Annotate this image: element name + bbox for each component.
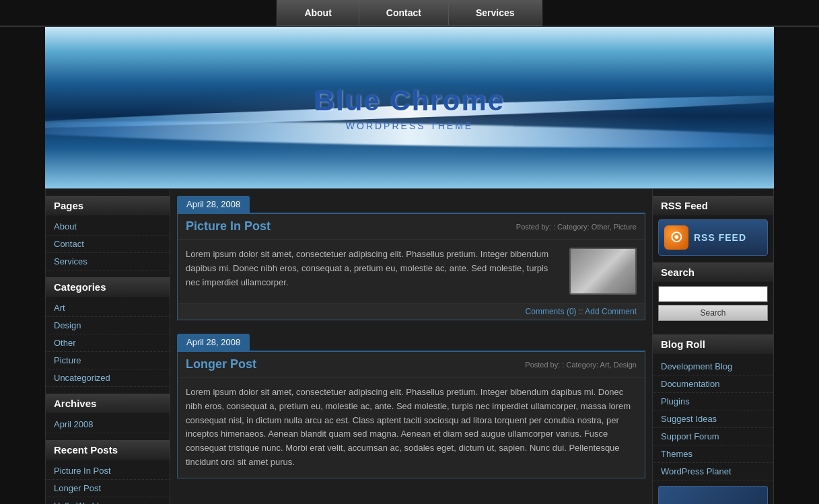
blogroll-themes[interactable]: Themes xyxy=(653,445,773,463)
post-2-date: April 28, 2008 xyxy=(177,334,250,351)
post-1-separator: :: xyxy=(579,307,585,316)
header-title-block: Blue Chrome Wordpress Theme xyxy=(314,85,505,131)
pages-section: Pages About Contact Services xyxy=(46,196,170,271)
nav-services[interactable]: Services xyxy=(448,0,542,26)
sidebar-link-about[interactable]: About xyxy=(46,218,170,236)
search-title: Search xyxy=(653,262,773,282)
main-wrapper: Pages About Contact Services Categories … xyxy=(45,188,774,504)
blogroll-documentation[interactable]: Documentation xyxy=(653,375,773,393)
blogroll-wordpress-planet[interactable]: WordPress Planet xyxy=(653,463,773,480)
post-1-date: April 28, 2008 xyxy=(177,196,250,213)
category-uncategorized[interactable]: Uncategorized xyxy=(46,369,170,387)
blogroll-suggest-ideas[interactable]: Suggest Ideas xyxy=(653,410,773,428)
archives-section: Archives April 2008 xyxy=(46,394,170,433)
post-1-body: Lorem ipsum dolor sit amet, consectetuer… xyxy=(178,240,645,303)
post-1-add-comment[interactable]: Add Comment xyxy=(585,307,637,316)
blogroll-section: Blog Roll Development Blog Documentation… xyxy=(653,334,773,504)
rss-box[interactable]: ⦿ RSS FEED xyxy=(658,219,768,256)
post-1: April 28, 2008 Picture In Post Posted by… xyxy=(177,196,645,320)
blogroll-development-blog[interactable]: Development Blog xyxy=(653,358,773,375)
category-picture[interactable]: Picture xyxy=(46,352,170,369)
recent-post-3[interactable]: Hello World xyxy=(46,497,170,504)
site-header: Blue Chrome Wordpress Theme xyxy=(45,27,774,188)
blogroll-image-placeholder xyxy=(658,486,768,504)
post-2-body: Lorem ipsum dolor sit amet, consectetuer… xyxy=(178,377,645,478)
post-2-text: Lorem ipsum dolor sit amet, consectetuer… xyxy=(186,386,637,470)
sidebar-link-contact[interactable]: Contact xyxy=(46,236,170,253)
archive-april-2008[interactable]: April 2008 xyxy=(46,416,170,433)
search-input[interactable] xyxy=(658,286,768,302)
site-title: Blue Chrome xyxy=(314,85,505,117)
category-other[interactable]: Other xyxy=(46,334,170,352)
category-design[interactable]: Design xyxy=(46,317,170,334)
top-navigation: About Contact Services xyxy=(0,0,819,27)
post-2-meta: Posted by: : Category: Art, Design xyxy=(525,361,637,369)
search-button[interactable]: Search xyxy=(658,305,768,321)
rss-title: RSS Feed xyxy=(653,196,773,215)
main-content: April 28, 2008 Picture In Post Posted by… xyxy=(170,189,652,504)
sidebar-link-services[interactable]: Services xyxy=(46,253,170,271)
post-1-comments[interactable]: Comments (0) xyxy=(526,307,577,316)
pages-title: Pages xyxy=(46,196,170,215)
nav-about[interactable]: About xyxy=(277,0,358,26)
post-1-footer: Comments (0) :: Add Comment xyxy=(178,303,645,320)
archives-title: Archives xyxy=(46,394,170,413)
search-box: Search xyxy=(653,286,773,328)
left-sidebar: Pages About Contact Services Categories … xyxy=(46,189,170,504)
blogroll-plugins[interactable]: Plugins xyxy=(653,393,773,410)
search-section: Search Search xyxy=(653,262,773,328)
blogroll-title: Blog Roll xyxy=(653,334,773,354)
post-1-image xyxy=(569,248,637,295)
post-2-title[interactable]: Longer Post xyxy=(186,357,256,371)
recent-post-1[interactable]: Picture In Post xyxy=(46,462,170,480)
post-2-box: Longer Post Posted by: : Category: Art, … xyxy=(177,351,645,478)
rss-label: RSS FEED xyxy=(694,232,746,243)
recent-posts-section: Recent Posts Picture In Post Longer Post… xyxy=(46,440,170,504)
post-1-title[interactable]: Picture In Post xyxy=(186,219,271,233)
post-1-text: Lorem ipsum dolor sit amet, consectetuer… xyxy=(186,248,561,295)
right-sidebar: RSS Feed ⦿ RSS FEED Search Search Blog R… xyxy=(652,189,773,504)
recent-post-2[interactable]: Longer Post xyxy=(46,480,170,497)
post-1-box: Picture In Post Posted by: : Category: O… xyxy=(177,213,645,320)
category-art[interactable]: Art xyxy=(46,299,170,317)
post-2-header: Longer Post Posted by: : Category: Art, … xyxy=(178,352,645,377)
recent-posts-title: Recent Posts xyxy=(46,440,170,460)
site-subtitle: Wordpress Theme xyxy=(314,120,505,131)
rss-section: RSS Feed ⦿ RSS FEED xyxy=(653,196,773,256)
blogroll-support-forum[interactable]: Support Forum xyxy=(653,428,773,445)
post-1-header: Picture In Post Posted by: : Category: O… xyxy=(178,214,645,240)
categories-title: Categories xyxy=(46,277,170,297)
rss-icon: ⦿ xyxy=(664,225,688,250)
categories-section: Categories Art Design Other Picture Unca… xyxy=(46,277,170,387)
nav-contact[interactable]: Contact xyxy=(359,0,448,26)
post-2: April 28, 2008 Longer Post Posted by: : … xyxy=(177,334,645,478)
post-1-meta: Posted by: : Category: Other, Picture xyxy=(516,223,637,231)
